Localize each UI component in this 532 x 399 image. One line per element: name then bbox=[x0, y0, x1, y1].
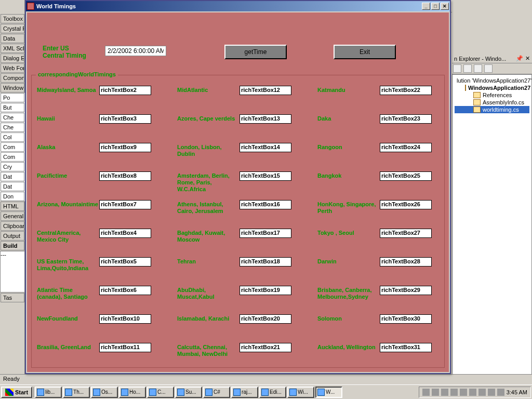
toolbox-item[interactable]: Dat bbox=[1, 172, 24, 181]
tree-worldtiming[interactable]: worldtiming.cs bbox=[455, 106, 529, 113]
taskbar-button[interactable]: Os... bbox=[91, 387, 118, 398]
solution-tree[interactable]: lution 'WindowsApplication27' ( WindowsA… bbox=[452, 74, 532, 376]
toolbox-item[interactable]: Cry bbox=[1, 162, 24, 171]
tray-icon[interactable] bbox=[497, 389, 504, 396]
toolbox-tab[interactable]: Clipboar bbox=[1, 221, 24, 231]
toolbox-item[interactable]: Don bbox=[1, 192, 24, 201]
time-output[interactable]: richTextBox29 bbox=[380, 286, 432, 295]
time-output[interactable]: richTextBox25 bbox=[380, 171, 432, 181]
toolbox-item[interactable]: Com bbox=[1, 142, 24, 152]
minimize-button[interactable]: _ bbox=[422, 3, 430, 10]
maximize-button[interactable]: □ bbox=[431, 3, 440, 10]
toolbox-tab[interactable]: Crystal R bbox=[1, 24, 24, 33]
toolbox-tab[interactable]: Output bbox=[1, 231, 24, 241]
time-output[interactable]: richTextBox24 bbox=[380, 143, 432, 152]
tray-icon[interactable] bbox=[441, 389, 448, 396]
taskbar-button[interactable]: Su... bbox=[175, 387, 202, 398]
pin-icon[interactable]: 📌 bbox=[516, 55, 523, 62]
tray-icon[interactable] bbox=[450, 389, 458, 396]
time-output[interactable]: richTextBox26 bbox=[380, 200, 432, 209]
time-output[interactable]: richTextBox18 bbox=[240, 257, 291, 267]
taskbar-button[interactable]: raj... bbox=[231, 387, 258, 398]
tray-icon[interactable] bbox=[432, 389, 439, 396]
taskbar-button[interactable]: Ho... bbox=[119, 387, 146, 398]
time-output[interactable]: richTextBox6 bbox=[99, 286, 151, 295]
tray-icon[interactable] bbox=[460, 389, 467, 396]
time-output[interactable]: richTextBox7 bbox=[99, 200, 151, 209]
time-output[interactable]: richTextBox11 bbox=[99, 343, 151, 352]
taskbar-button[interactable]: lib... bbox=[35, 387, 62, 398]
toolbar-icon[interactable] bbox=[474, 64, 482, 73]
taskbar-app-icon bbox=[261, 389, 269, 396]
taskbar-button[interactable]: C... bbox=[147, 387, 174, 398]
close-button[interactable]: ✕ bbox=[441, 3, 449, 10]
title-bar[interactable]: World Timings _ □ ✕ bbox=[26, 1, 450, 11]
close-icon[interactable]: ✕ bbox=[525, 55, 530, 62]
tree-project[interactable]: WindowsApplication27 bbox=[455, 84, 529, 91]
toolbox-tab[interactable]: Data bbox=[1, 34, 24, 43]
toolbox-item[interactable]: But bbox=[1, 103, 24, 112]
toolbox-tab[interactable]: Compon bbox=[1, 73, 24, 83]
toolbox-item[interactable]: Com bbox=[1, 152, 24, 162]
time-output[interactable]: richTextBox16 bbox=[240, 200, 291, 209]
tree-assemblyinfo[interactable]: AssemblyInfo.cs bbox=[455, 99, 529, 106]
time-output[interactable]: richTextBox10 bbox=[99, 314, 151, 324]
time-output[interactable]: richTextBox15 bbox=[240, 171, 291, 181]
toolbox-item[interactable]: Col bbox=[1, 132, 24, 142]
tray-icon[interactable] bbox=[478, 389, 486, 396]
tray-icon[interactable] bbox=[488, 389, 495, 396]
time-output[interactable]: richTextBox13 bbox=[240, 114, 291, 124]
toolbar-icon[interactable] bbox=[484, 64, 493, 73]
time-output[interactable]: richTextBox30 bbox=[380, 314, 432, 324]
toolbox-tab[interactable]: Web For bbox=[1, 63, 24, 73]
time-output[interactable]: richTextBox4 bbox=[99, 229, 151, 238]
toolbox-item[interactable]: Po bbox=[1, 93, 24, 102]
taskbar-button[interactable]: C# bbox=[203, 387, 230, 398]
toolbox-tab[interactable]: HTML bbox=[1, 202, 24, 211]
time-output[interactable]: richTextBox9 bbox=[99, 143, 151, 152]
toolbox-tab[interactable]: XML Sch bbox=[1, 44, 24, 53]
time-output[interactable]: richTextBox8 bbox=[99, 171, 151, 181]
taskbar-button[interactable]: Th... bbox=[63, 387, 90, 398]
gettime-button[interactable]: getTime bbox=[224, 45, 287, 59]
toolbox-item[interactable]: Dat bbox=[1, 182, 24, 191]
tree-references[interactable]: References bbox=[455, 91, 529, 99]
tree-solution[interactable]: lution 'WindowsApplication27' ( bbox=[455, 77, 529, 84]
location-label: Brasilia, GreenLand bbox=[37, 343, 99, 351]
time-output[interactable]: richTextBox17 bbox=[240, 229, 291, 238]
system-tray[interactable]: 3:45 AM bbox=[419, 387, 531, 398]
toolbox-item[interactable]: Che bbox=[1, 113, 24, 122]
toolbox-tab[interactable]: General bbox=[1, 211, 24, 221]
time-output[interactable]: richTextBox22 bbox=[380, 86, 432, 95]
time-output[interactable]: richTextBox3 bbox=[99, 114, 151, 124]
taskbar-button[interactable]: Edi... bbox=[259, 387, 286, 398]
toolbox-tab[interactable]: Dialog Ed bbox=[1, 54, 24, 63]
tray-icon[interactable] bbox=[469, 389, 476, 396]
time-output[interactable]: richTextBox2 bbox=[99, 86, 151, 95]
us-central-time-input[interactable] bbox=[105, 46, 166, 56]
time-output[interactable]: richTextBox31 bbox=[380, 343, 432, 352]
build-tab[interactable]: Build bbox=[1, 241, 24, 250]
tray-icon[interactable] bbox=[422, 389, 430, 396]
taskbar-button[interactable]: W... bbox=[315, 387, 342, 398]
location-label: London, Lisbon, Dublin bbox=[177, 143, 240, 157]
toolbox-item[interactable]: Che bbox=[1, 123, 24, 132]
time-output[interactable]: richTextBox19 bbox=[240, 286, 291, 295]
time-output[interactable]: richTextBox12 bbox=[240, 86, 291, 95]
exit-button[interactable]: Exit bbox=[334, 45, 396, 59]
time-output[interactable]: richTextBox14 bbox=[240, 143, 291, 152]
time-output[interactable]: richTextBox21 bbox=[240, 343, 291, 352]
location-label: AbuDhabi, Muscat,Kabul bbox=[177, 286, 240, 300]
task-list-tab[interactable]: Tas bbox=[1, 293, 24, 302]
taskbar-button[interactable]: Wi... bbox=[287, 387, 314, 398]
timing-row: MidAtlanticrichTextBox12 bbox=[177, 86, 312, 114]
toolbar-icon[interactable] bbox=[463, 64, 472, 73]
time-output[interactable]: richTextBox28 bbox=[380, 257, 432, 267]
time-output[interactable]: richTextBox27 bbox=[380, 229, 432, 238]
time-output[interactable]: richTextBox23 bbox=[380, 114, 432, 124]
time-output[interactable]: richTextBox5 bbox=[99, 257, 151, 267]
time-output[interactable]: richTextBox20 bbox=[240, 314, 291, 324]
start-button[interactable]: Start bbox=[1, 387, 32, 398]
toolbar-icon[interactable] bbox=[453, 64, 461, 73]
toolbox-tab[interactable]: Window bbox=[1, 83, 24, 92]
